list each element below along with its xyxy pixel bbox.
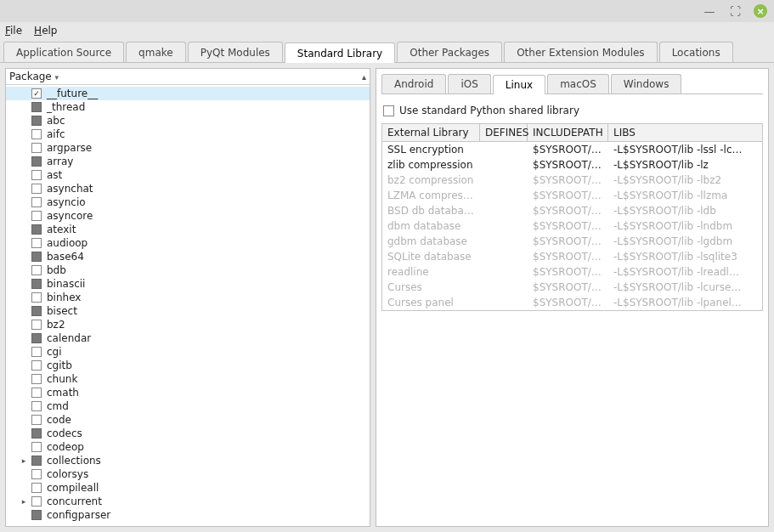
menu-help[interactable]: Help xyxy=(34,25,57,37)
package-row[interactable]: ▸collections xyxy=(6,454,370,467)
package-checkbox[interactable] xyxy=(31,401,42,411)
package-row[interactable]: ▸concurrent xyxy=(6,495,370,508)
th-defines[interactable]: DEFINES xyxy=(480,124,528,141)
table-row[interactable]: LZMA compression$SYSROOT/i…-L$SYSROOT/li… xyxy=(382,188,762,203)
package-row[interactable]: codecs xyxy=(6,427,370,440)
table-row[interactable]: dbm database$SYSROOT/i…-L$SYSROOT/lib -l… xyxy=(382,218,762,234)
menu-file[interactable]: File xyxy=(5,25,22,37)
expander-icon[interactable]: ▸ xyxy=(20,456,28,465)
table-row[interactable]: readline$SYSROOT/i…-L$SYSROOT/lib -lread… xyxy=(382,264,762,280)
table-row[interactable]: gdbm database$SYSROOT/i…-L$SYSROOT/lib -… xyxy=(382,234,762,249)
package-checkbox[interactable] xyxy=(31,116,42,126)
th-external-library[interactable]: External Library xyxy=(382,124,480,141)
package-row[interactable]: bdb xyxy=(6,263,370,277)
scroll-up-icon[interactable]: ▴ xyxy=(362,72,366,82)
package-checkbox[interactable] xyxy=(31,184,42,194)
package-checkbox[interactable] xyxy=(31,415,42,425)
tab-other-packages[interactable]: Other Packages xyxy=(397,42,502,62)
package-row[interactable]: argparse xyxy=(6,141,370,155)
table-row[interactable]: bz2 compression$SYSROOT/i…-L$SYSROOT/lib… xyxy=(382,173,762,188)
package-row[interactable]: _thread xyxy=(6,100,370,114)
table-row[interactable]: SQLite database$SYSROOT/i…-L$SYSROOT/lib… xyxy=(382,249,762,264)
package-checkbox[interactable] xyxy=(31,129,42,139)
table-row[interactable]: zlib compression$SYSROOT/i…-L$SYSROOT/li… xyxy=(382,157,762,173)
package-list[interactable]: ✓__future___threadabcaifcargparsearrayas… xyxy=(6,85,370,526)
package-row[interactable]: cgitb xyxy=(6,359,370,372)
expander-icon[interactable]: ▸ xyxy=(20,497,28,506)
tab-standard-library[interactable]: Standard Library xyxy=(285,42,395,63)
package-row[interactable]: ✓__future__ xyxy=(6,87,370,100)
package-checkbox[interactable] xyxy=(31,170,42,180)
package-row[interactable]: asyncore xyxy=(6,209,370,223)
package-row[interactable]: ast xyxy=(6,168,370,182)
platform-tab-android[interactable]: Android xyxy=(381,74,446,93)
shared-lib-checkbox[interactable] xyxy=(383,105,394,116)
th-libs[interactable]: LIBS xyxy=(608,124,762,141)
package-row[interactable]: base64 xyxy=(6,250,370,263)
package-checkbox[interactable] xyxy=(31,360,42,371)
package-checkbox[interactable] xyxy=(31,442,42,452)
tab-other-extension-modules[interactable]: Other Extension Modules xyxy=(504,42,658,62)
package-checkbox[interactable] xyxy=(31,428,42,439)
platform-tab-macos[interactable]: macOS xyxy=(547,74,609,93)
tab-locations[interactable]: Locations xyxy=(659,42,733,62)
package-row[interactable]: cmath xyxy=(6,386,370,399)
table-row[interactable]: BSD db database$SYSROOT/i…-L$SYSROOT/lib… xyxy=(382,203,762,218)
package-checkbox[interactable] xyxy=(31,483,42,493)
table-row[interactable]: Curses panel$SYSROOT/i…-L$SYSROOT/lib -l… xyxy=(382,295,762,310)
package-row[interactable]: abc xyxy=(6,114,370,127)
package-checkbox[interactable] xyxy=(31,143,42,153)
package-checkbox[interactable] xyxy=(31,347,42,357)
package-checkbox[interactable] xyxy=(31,252,42,262)
package-row[interactable]: bisect xyxy=(6,304,370,318)
package-checkbox[interactable] xyxy=(31,333,42,343)
package-checkbox[interactable] xyxy=(31,510,42,520)
package-checkbox[interactable] xyxy=(31,102,42,112)
maximize-button[interactable]: ⛶ xyxy=(728,4,742,18)
package-checkbox[interactable] xyxy=(31,224,42,235)
package-checkbox[interactable] xyxy=(31,211,42,221)
table-row[interactable]: Curses$SYSROOT/i…-L$SYSROOT/lib -lcurse… xyxy=(382,280,762,295)
package-row[interactable]: cmd xyxy=(6,399,370,413)
package-row[interactable]: asyncio xyxy=(6,195,370,209)
package-row[interactable]: binhex xyxy=(6,291,370,304)
package-checkbox[interactable] xyxy=(31,265,42,275)
package-row[interactable]: array xyxy=(6,155,370,168)
package-row[interactable]: aifc xyxy=(6,127,370,141)
package-checkbox[interactable] xyxy=(31,388,42,398)
package-row[interactable]: binascii xyxy=(6,277,370,291)
package-row[interactable]: colorsys xyxy=(6,467,370,481)
package-row[interactable]: audioop xyxy=(6,236,370,250)
package-checkbox[interactable] xyxy=(31,374,42,384)
minimize-button[interactable]: — xyxy=(703,4,716,18)
close-button[interactable]: × xyxy=(754,4,767,18)
package-row[interactable]: atexit xyxy=(6,223,370,236)
package-row[interactable]: code xyxy=(6,413,370,427)
package-checkbox[interactable] xyxy=(31,469,42,479)
platform-tab-linux[interactable]: Linux xyxy=(493,75,545,94)
package-checkbox[interactable] xyxy=(31,292,42,303)
package-row[interactable]: bz2 xyxy=(6,318,370,331)
tab-qmake[interactable]: qmake xyxy=(126,42,186,62)
shared-lib-option[interactable]: Use standard Python shared library xyxy=(383,105,761,116)
th-includepath[interactable]: INCLUDEPATH xyxy=(528,124,608,141)
package-row[interactable]: chunk xyxy=(6,372,370,386)
package-header[interactable]: Package ▾ ▴ xyxy=(6,69,370,85)
package-row[interactable]: asynchat xyxy=(6,182,370,195)
package-checkbox[interactable] xyxy=(31,456,42,466)
tab-application-source[interactable]: Application Source xyxy=(3,42,124,62)
package-row[interactable]: codeop xyxy=(6,440,370,454)
package-checkbox[interactable] xyxy=(31,156,42,167)
package-checkbox[interactable] xyxy=(31,306,42,316)
table-row[interactable]: SSL encryption$SYSROOT/i…-L$SYSROOT/lib … xyxy=(382,142,762,157)
tab-pyqt-modules[interactable]: PyQt Modules xyxy=(188,42,283,62)
package-checkbox[interactable] xyxy=(31,279,42,289)
package-row[interactable]: compileall xyxy=(6,481,370,495)
package-checkbox[interactable] xyxy=(31,238,42,248)
package-row[interactable]: cgi xyxy=(6,345,370,359)
package-checkbox[interactable]: ✓ xyxy=(31,88,42,99)
package-row[interactable]: configparser xyxy=(6,508,370,522)
platform-tab-windows[interactable]: Windows xyxy=(611,74,682,93)
package-checkbox[interactable] xyxy=(31,320,42,330)
package-checkbox[interactable] xyxy=(31,496,42,507)
